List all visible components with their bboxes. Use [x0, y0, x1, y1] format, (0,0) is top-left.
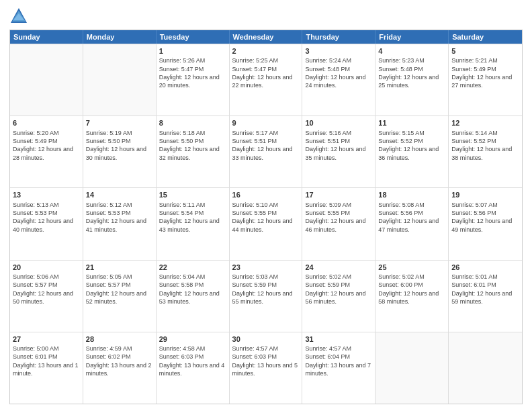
day-number: 19 — [451, 190, 519, 199]
cell-info: Sunrise: 5:02 AMSunset: 5:59 PMDaylight:… — [305, 273, 365, 305]
day-cell-7: 7Sunrise: 5:19 AMSunset: 5:50 PMDaylight… — [83, 116, 157, 187]
day-number: 10 — [305, 118, 372, 128]
day-number: 28 — [86, 334, 153, 344]
day-number: 7 — [86, 118, 153, 128]
day-number: 3 — [305, 46, 372, 56]
cell-info: Sunrise: 5:21 AMSunset: 5:49 PMDaylight:… — [451, 57, 512, 89]
day-number: 20 — [13, 263, 80, 272]
day-number: 15 — [159, 190, 226, 199]
cell-info: Sunrise: 5:09 AMSunset: 5:55 PMDaylight:… — [305, 201, 365, 233]
day-cell-28: 28Sunrise: 4:59 AMSunset: 6:02 PMDayligh… — [83, 332, 157, 404]
cell-info: Sunrise: 5:04 AMSunset: 5:58 PMDaylight:… — [159, 273, 220, 305]
cell-info: Sunrise: 4:57 AMSunset: 6:03 PMDaylight:… — [232, 345, 298, 377]
header-day-friday: Friday — [375, 30, 449, 44]
header-day-wednesday: Wednesday — [230, 30, 303, 44]
day-number: 11 — [378, 118, 445, 128]
day-number: 14 — [86, 190, 153, 199]
day-cell-10: 10Sunrise: 5:16 AMSunset: 5:51 PMDayligh… — [302, 116, 375, 187]
day-number: 31 — [305, 334, 372, 344]
day-cell-5: 5Sunrise: 5:21 AMSunset: 5:49 PMDaylight… — [449, 44, 522, 116]
header-day-thursday: Thursday — [302, 30, 375, 44]
calendar-row-1: 1Sunrise: 5:26 AMSunset: 5:47 PMDaylight… — [10, 44, 522, 116]
header-day-saturday: Saturday — [449, 30, 522, 44]
day-cell-16: 16Sunrise: 5:10 AMSunset: 5:55 PMDayligh… — [230, 188, 303, 259]
day-number: 13 — [13, 190, 80, 199]
day-cell-30: 30Sunrise: 4:57 AMSunset: 6:03 PMDayligh… — [230, 332, 303, 404]
cell-info: Sunrise: 5:14 AMSunset: 5:52 PMDaylight:… — [451, 130, 512, 161]
cell-info: Sunrise: 5:13 AMSunset: 5:53 PMDaylight:… — [13, 201, 73, 233]
cell-info: Sunrise: 5:10 AMSunset: 5:55 PMDaylight:… — [232, 201, 293, 233]
calendar-row-2: 6Sunrise: 5:20 AMSunset: 5:49 PMDaylight… — [10, 116, 522, 187]
day-cell-23: 23Sunrise: 5:03 AMSunset: 5:59 PMDayligh… — [230, 261, 303, 332]
day-cell-11: 11Sunrise: 5:15 AMSunset: 5:52 PMDayligh… — [375, 116, 449, 187]
day-cell-22: 22Sunrise: 5:04 AMSunset: 5:58 PMDayligh… — [157, 261, 230, 332]
cell-info: Sunrise: 5:25 AMSunset: 5:47 PMDaylight:… — [232, 57, 293, 89]
logo — [9, 7, 31, 26]
day-number: 26 — [451, 263, 519, 272]
header-day-tuesday: Tuesday — [157, 30, 230, 44]
cell-info: Sunrise: 5:00 AMSunset: 6:01 PMDaylight:… — [13, 345, 79, 377]
cell-info: Sunrise: 5:23 AMSunset: 5:48 PMDaylight:… — [378, 57, 439, 89]
cell-info: Sunrise: 5:05 AMSunset: 5:57 PMDaylight:… — [86, 273, 146, 305]
cell-info: Sunrise: 5:06 AMSunset: 5:57 PMDaylight:… — [13, 273, 73, 305]
cell-info: Sunrise: 5:19 AMSunset: 5:50 PMDaylight:… — [86, 130, 146, 161]
cell-info: Sunrise: 5:26 AMSunset: 5:47 PMDaylight:… — [159, 57, 220, 89]
day-cell-empty — [449, 332, 522, 404]
day-cell-15: 15Sunrise: 5:11 AMSunset: 5:54 PMDayligh… — [157, 188, 230, 259]
day-number: 22 — [159, 263, 226, 272]
day-number: 12 — [451, 118, 519, 128]
day-number: 8 — [159, 118, 226, 128]
cell-info: Sunrise: 4:57 AMSunset: 6:04 PMDaylight:… — [305, 345, 371, 377]
day-cell-14: 14Sunrise: 5:12 AMSunset: 5:53 PMDayligh… — [83, 188, 157, 259]
day-number: 30 — [232, 334, 300, 344]
day-cell-20: 20Sunrise: 5:06 AMSunset: 5:57 PMDayligh… — [10, 261, 83, 332]
day-number: 5 — [451, 46, 519, 56]
cell-info: Sunrise: 5:16 AMSunset: 5:51 PMDaylight:… — [305, 130, 365, 161]
day-cell-8: 8Sunrise: 5:18 AMSunset: 5:50 PMDaylight… — [157, 116, 230, 187]
day-cell-3: 3Sunrise: 5:24 AMSunset: 5:48 PMDaylight… — [302, 44, 375, 116]
day-cell-empty — [10, 44, 83, 116]
day-cell-26: 26Sunrise: 5:01 AMSunset: 6:01 PMDayligh… — [449, 261, 522, 332]
cell-info: Sunrise: 5:24 AMSunset: 5:48 PMDaylight:… — [305, 57, 365, 89]
calendar-row-5: 27Sunrise: 5:00 AMSunset: 6:01 PMDayligh… — [10, 332, 522, 404]
header-day-monday: Monday — [83, 30, 157, 44]
cell-info: Sunrise: 5:08 AMSunset: 5:56 PMDaylight:… — [378, 201, 439, 233]
day-cell-25: 25Sunrise: 5:02 AMSunset: 6:00 PMDayligh… — [375, 261, 449, 332]
calendar-body: 1Sunrise: 5:26 AMSunset: 5:47 PMDaylight… — [10, 44, 522, 404]
day-number: 16 — [232, 190, 300, 199]
cell-info: Sunrise: 5:12 AMSunset: 5:53 PMDaylight:… — [86, 201, 146, 233]
cell-info: Sunrise: 5:18 AMSunset: 5:50 PMDaylight:… — [159, 130, 220, 161]
cell-info: Sunrise: 5:07 AMSunset: 5:56 PMDaylight:… — [451, 201, 512, 233]
day-number: 29 — [159, 334, 226, 344]
day-cell-29: 29Sunrise: 4:58 AMSunset: 6:03 PMDayligh… — [157, 332, 230, 404]
day-cell-empty — [83, 44, 157, 116]
day-cell-21: 21Sunrise: 5:05 AMSunset: 5:57 PMDayligh… — [83, 261, 157, 332]
calendar-header: SundayMondayTuesdayWednesdayThursdayFrid… — [10, 30, 522, 44]
day-cell-2: 2Sunrise: 5:25 AMSunset: 5:47 PMDaylight… — [230, 44, 303, 116]
day-cell-empty — [375, 332, 449, 404]
day-cell-13: 13Sunrise: 5:13 AMSunset: 5:53 PMDayligh… — [10, 188, 83, 259]
header-day-sunday: Sunday — [10, 30, 83, 44]
day-cell-6: 6Sunrise: 5:20 AMSunset: 5:49 PMDaylight… — [10, 116, 83, 187]
page: SundayMondayTuesdayWednesdayThursdayFrid… — [0, 0, 532, 411]
day-number: 25 — [378, 263, 445, 272]
cell-info: Sunrise: 5:15 AMSunset: 5:52 PMDaylight:… — [378, 130, 439, 161]
day-number: 17 — [305, 190, 372, 199]
cell-info: Sunrise: 5:17 AMSunset: 5:51 PMDaylight:… — [232, 130, 293, 161]
cell-info: Sunrise: 5:11 AMSunset: 5:54 PMDaylight:… — [159, 201, 220, 233]
day-cell-17: 17Sunrise: 5:09 AMSunset: 5:55 PMDayligh… — [302, 188, 375, 259]
day-number: 23 — [232, 263, 300, 272]
day-cell-18: 18Sunrise: 5:08 AMSunset: 5:56 PMDayligh… — [375, 188, 449, 259]
day-number: 24 — [305, 263, 372, 272]
day-cell-4: 4Sunrise: 5:23 AMSunset: 5:48 PMDaylight… — [375, 44, 449, 116]
calendar-row-3: 13Sunrise: 5:13 AMSunset: 5:53 PMDayligh… — [10, 187, 522, 259]
day-number: 1 — [159, 46, 226, 56]
day-cell-31: 31Sunrise: 4:57 AMSunset: 6:04 PMDayligh… — [302, 332, 375, 404]
cell-info: Sunrise: 5:02 AMSunset: 6:00 PMDaylight:… — [378, 273, 439, 305]
day-number: 9 — [232, 118, 300, 128]
day-number: 2 — [232, 46, 300, 56]
day-number: 21 — [86, 263, 153, 272]
cell-info: Sunrise: 5:20 AMSunset: 5:49 PMDaylight:… — [13, 130, 73, 161]
day-cell-24: 24Sunrise: 5:02 AMSunset: 5:59 PMDayligh… — [302, 261, 375, 332]
header — [9, 7, 523, 26]
